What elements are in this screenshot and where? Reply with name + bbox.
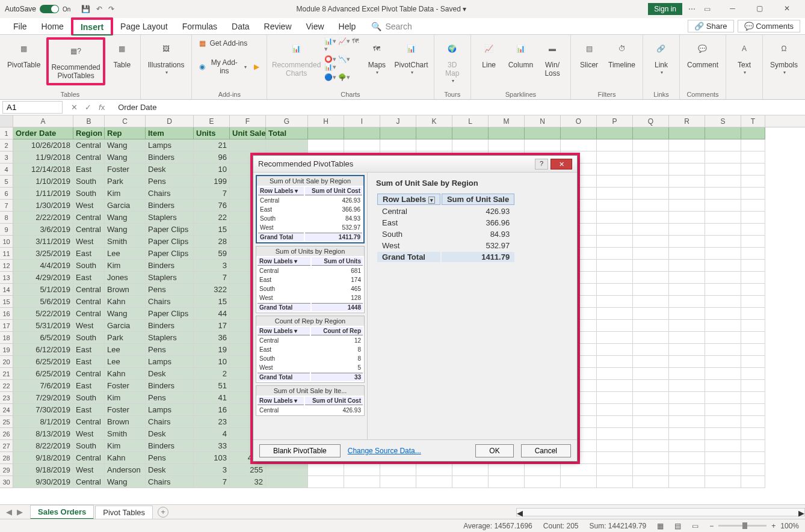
col-head-D[interactable]: D	[146, 115, 194, 127]
data-cell[interactable]: Central	[73, 452, 105, 464]
data-cell[interactable]: Brown	[105, 284, 146, 296]
data-cell[interactable]: Staplers	[146, 332, 194, 344]
text-button[interactable]: AText▾	[731, 37, 757, 78]
recommendation-2[interactable]: Count of Rep by RegionRow Labels ▾Count …	[256, 316, 365, 383]
data-cell[interactable]: Binders	[146, 260, 194, 272]
data-cell[interactable]: 23	[194, 416, 230, 428]
data-cell[interactable]: 12/14/2018	[13, 164, 73, 176]
row-head-26[interactable]: 26	[0, 428, 13, 440]
col-head-O[interactable]: O	[561, 115, 597, 127]
zoom-in-button[interactable]: +	[771, 522, 776, 530]
data-cell[interactable]: 10	[194, 356, 230, 368]
data-cell[interactable]: 41	[194, 392, 230, 404]
link-button[interactable]: 🔗Link▾	[648, 37, 674, 78]
data-cell[interactable]: Foster	[105, 164, 146, 176]
col-head-M[interactable]: M	[489, 115, 525, 127]
row-head-1[interactable]: 1	[0, 127, 13, 139]
col-head-Q[interactable]: Q	[633, 115, 669, 127]
row-head-21[interactable]: 21	[0, 368, 13, 380]
enter-formula-icon[interactable]: ✓	[85, 103, 91, 112]
data-cell[interactable]: Kim	[105, 188, 146, 200]
data-cell[interactable]: Paper Clips	[146, 308, 194, 320]
data-cell[interactable]: 5/31/2019	[13, 320, 73, 332]
data-cell[interactable]: Pens	[146, 284, 194, 296]
data-cell[interactable]: Kahn	[105, 296, 146, 308]
chart-type-icon3[interactable]: 🔵▾ 🌳▾	[324, 73, 360, 81]
sheet-next-icon[interactable]: ▶	[17, 507, 23, 516]
formula-bar[interactable]: Order Date	[112, 103, 156, 112]
data-cell[interactable]: Smith	[105, 428, 146, 440]
zoom-out-button[interactable]: −	[709, 522, 714, 530]
col-head-R[interactable]: R	[669, 115, 705, 127]
data-cell[interactable]: Central	[73, 368, 105, 380]
recommended-pivottables-button[interactable]: ▦?Recommended PivotTables	[46, 37, 105, 85]
data-cell[interactable]: Wang	[105, 308, 146, 320]
data-cell[interactable]: Kim	[105, 260, 146, 272]
sheet-tab-sales-orders[interactable]: Sales Orders	[30, 505, 94, 519]
share-button[interactable]: 🔗 Share	[688, 20, 733, 32]
data-cell[interactable]: Staplers	[146, 212, 194, 224]
row-head-29[interactable]: 29	[0, 464, 13, 476]
tab-home[interactable]: Home	[34, 19, 71, 34]
data-cell[interactable]: East	[73, 380, 105, 392]
data-cell[interactable]: 3/11/2019	[13, 236, 73, 248]
data-cell[interactable]: Pens	[146, 176, 194, 188]
data-cell[interactable]: Central	[73, 212, 105, 224]
bing-icon[interactable]: ▶	[254, 63, 259, 72]
data-cell[interactable]: East	[73, 248, 105, 260]
data-cell[interactable]: 10/26/2018	[13, 139, 73, 151]
redo-icon[interactable]: ↷	[108, 5, 114, 13]
data-cell[interactable]: Paper Clips	[146, 236, 194, 248]
data-cell[interactable]: 59	[194, 248, 230, 260]
data-cell[interactable]: 3	[194, 260, 230, 272]
minimize-button[interactable]: ─	[719, 1, 746, 17]
data-cell[interactable]: Central	[73, 416, 105, 428]
row-head-2[interactable]: 2	[0, 139, 13, 151]
col-head-K[interactable]: K	[416, 115, 452, 127]
col-head-E[interactable]: E	[194, 115, 230, 127]
pivotchart-button[interactable]: 📊PivotChart▾	[393, 37, 428, 78]
row-head-22[interactable]: 22	[0, 380, 13, 392]
row-head-3[interactable]: 3	[0, 151, 13, 164]
ribbon-mode-icon[interactable]: ⋯	[688, 5, 696, 13]
data-cell[interactable]: 6/25/2019	[13, 368, 73, 380]
horizontal-scrollbar[interactable]: ◀▶	[516, 508, 805, 516]
data-cell[interactable]: 6/5/2019	[13, 332, 73, 344]
row-head-24[interactable]: 24	[0, 404, 13, 416]
data-cell[interactable]: Wang	[105, 476, 146, 488]
maximize-button[interactable]: ▢	[746, 1, 773, 17]
data-cell[interactable]: West	[73, 200, 105, 212]
cancel-formula-icon[interactable]: ✕	[71, 103, 78, 112]
timeline-button[interactable]: ⏱Timeline	[606, 37, 638, 72]
row-head-6[interactable]: 6	[0, 188, 13, 200]
data-cell[interactable]: Anderson	[105, 464, 146, 476]
data-cell[interactable]: 10	[194, 164, 230, 176]
data-cell[interactable]: South	[73, 332, 105, 344]
data-cell[interactable]: East	[73, 404, 105, 416]
data-cell[interactable]: Foster	[105, 404, 146, 416]
col-head-B[interactable]: B	[73, 115, 105, 127]
data-cell[interactable]: 44	[194, 308, 230, 320]
row-head-10[interactable]: 10	[0, 236, 13, 248]
col-head-T[interactable]: T	[741, 115, 765, 127]
col-head-H[interactable]: H	[308, 115, 344, 127]
tab-page-layout[interactable]: Page Layout	[113, 19, 175, 34]
data-cell[interactable]: 76	[194, 200, 230, 212]
data-cell[interactable]: 36	[194, 332, 230, 344]
data-cell[interactable]: Binders	[146, 380, 194, 392]
data-cell[interactable]: 322	[194, 284, 230, 296]
col-head-F[interactable]: F	[230, 115, 266, 127]
data-cell[interactable]: 7/6/2019	[13, 380, 73, 392]
chart-type-icon[interactable]: 📊▾ 📈▾ 🗺▾	[324, 37, 360, 53]
data-cell[interactable]: East	[73, 272, 105, 284]
comment-button[interactable]: 💬Comment	[685, 37, 721, 72]
data-cell[interactable]: Desk	[146, 428, 194, 440]
data-cell[interactable]: 255	[230, 464, 266, 476]
search-label[interactable]: Search	[385, 22, 412, 31]
view-normal-icon[interactable]: ▦	[657, 522, 664, 530]
header-cell[interactable]: Total	[266, 127, 308, 139]
get-addins-button[interactable]: ▦Get Add-ins	[197, 37, 250, 50]
data-cell[interactable]: 7/29/2019	[13, 392, 73, 404]
tab-help[interactable]: Help	[332, 19, 363, 34]
data-cell[interactable]: West	[73, 428, 105, 440]
